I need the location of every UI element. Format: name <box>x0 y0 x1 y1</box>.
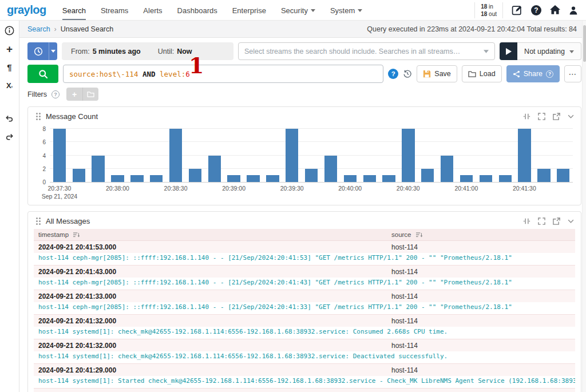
message-row[interactable]: 2024-09-21 20:41:28.000host-114host-114 … <box>34 389 575 392</box>
chart-bars <box>50 129 573 182</box>
message-source: host-114 <box>391 268 571 276</box>
search-controls-row: From: 5 minutes ago Until: Now Select st… <box>27 42 581 60</box>
column-header-timestamp[interactable]: timestamp <box>38 231 69 238</box>
export-icon[interactable] <box>553 113 560 120</box>
message-source: host-114 <box>391 317 571 325</box>
undo-icon[interactable] <box>5 113 14 124</box>
chart-bar <box>305 169 318 182</box>
query-text: source:host\-114 AND level:6 <box>69 70 190 78</box>
throughput-indicator[interactable]: 18 in 18 out <box>474 2 503 18</box>
message-source: host-114 <box>391 243 571 251</box>
caret-down-icon[interactable] <box>49 42 57 60</box>
nav-item-label: System <box>330 6 355 15</box>
save-button[interactable]: Save <box>417 65 457 82</box>
nav-item-alerts[interactable]: Alerts <box>143 1 162 20</box>
query-input[interactable]: source:host\-114 AND level:6 <box>63 65 383 83</box>
nav-item-label: Alerts <box>143 6 162 15</box>
help-icon[interactable]: ? <box>531 5 541 15</box>
chart-bar <box>537 169 550 182</box>
user-icon[interactable] <box>569 6 578 15</box>
share-help-icon: ? <box>546 70 553 78</box>
nav-item-label: Streams <box>101 6 128 15</box>
chevron-down-icon[interactable] <box>568 114 574 118</box>
message-row[interactable]: 2024-09-21 20:41:33.000host-114host-114 … <box>34 290 575 315</box>
export-icon[interactable] <box>553 217 560 225</box>
chart-bar <box>499 175 512 182</box>
message-count-chart: 02468 <box>50 129 573 183</box>
load-label: Load <box>480 70 496 78</box>
refresh-interval-dropdown[interactable]: Not updating <box>517 42 581 60</box>
query-history-icon[interactable] <box>403 69 412 78</box>
highlighting-icon[interactable]: ¶ <box>7 62 11 72</box>
query-help-icon[interactable]: ? <box>388 69 398 79</box>
nav-item-security[interactable]: Security <box>281 1 315 20</box>
chart-x-axis: Sep 21, 2024 20:37:3020:38:0020:38:3020:… <box>50 183 573 201</box>
breadcrumb: Search › Unsaved Search Query executed i… <box>19 21 586 38</box>
adjust-icon[interactable] <box>523 217 530 225</box>
caret-down-icon <box>484 50 489 53</box>
throughput-in-value: 18 <box>481 3 487 10</box>
nav-item-system[interactable]: System <box>330 1 362 20</box>
more-options-button[interactable]: ⋯ <box>564 65 581 82</box>
add-filter-button[interactable]: + <box>66 88 82 101</box>
y-tick-label: 0 <box>42 179 46 185</box>
caret-down-icon <box>358 9 362 12</box>
nav-item-label: Dashboards <box>177 6 217 15</box>
filters-help-icon[interactable]: ? <box>52 90 60 98</box>
message-row[interactable]: 2024-09-21 20:41:53.000host-114host-114 … <box>34 241 575 266</box>
messages-body: 2024-09-21 20:41:53.000host-114host-114 … <box>34 241 575 392</box>
breadcrumb-page: Unsaved Search <box>61 25 113 33</box>
fullscreen-icon[interactable] <box>538 113 545 120</box>
message-row[interactable]: 2024-09-21 20:41:32.000host-114host-114 … <box>34 339 575 364</box>
message-source: host-114 <box>391 342 571 350</box>
filter-folder-button[interactable] <box>82 88 98 101</box>
from-value: 5 minutes ago <box>93 47 141 56</box>
fullscreen-icon[interactable] <box>538 217 545 225</box>
throughput-in-label: in <box>489 3 493 10</box>
column-header-source[interactable]: source <box>391 231 411 238</box>
page-scrollbar[interactable] <box>582 21 586 392</box>
message-timestamp: 2024-09-21 20:41:32.000 <box>38 317 391 325</box>
chart-bar <box>208 156 221 183</box>
load-button[interactable]: Load <box>462 65 502 82</box>
message-timestamp: 2024-09-21 20:41:53.000 <box>38 243 391 251</box>
x-tick-label: 20:40:00 <box>338 185 362 192</box>
redo-icon[interactable] <box>5 132 14 142</box>
throughput-out-label: out <box>489 11 497 17</box>
fields-icon[interactable]: X, <box>6 80 13 90</box>
message-timestamp: 2024-09-21 20:41:33.000 <box>38 292 391 300</box>
home-icon[interactable] <box>550 5 560 15</box>
chevron-down-icon[interactable] <box>568 219 574 223</box>
drag-handle-icon[interactable] <box>36 113 38 114</box>
chart-bar <box>518 129 530 182</box>
scrollbar-thumb[interactable] <box>583 25 586 62</box>
nav-item-dashboards[interactable]: Dashboards <box>177 1 217 20</box>
timerange-summary[interactable]: From: 5 minutes ago Until: Now <box>62 42 233 60</box>
message-row[interactable]: 2024-09-21 20:41:32.000host-114host-114 … <box>34 315 575 339</box>
create-icon[interactable]: + <box>6 43 13 54</box>
share-icon <box>513 70 520 78</box>
info-icon[interactable] <box>5 25 14 35</box>
sort-icon[interactable] <box>416 232 422 238</box>
chart-bar <box>480 175 492 182</box>
share-button[interactable]: Share ? <box>506 65 560 82</box>
compose-icon[interactable] <box>512 5 522 15</box>
play-icon[interactable] <box>500 42 517 60</box>
message-row[interactable]: 2024-09-21 20:41:29.000host-114host-114 … <box>34 364 575 389</box>
caret-down-icon <box>311 9 315 12</box>
search-button[interactable] <box>27 65 58 83</box>
breadcrumb-search-link[interactable]: Search <box>27 25 50 33</box>
nav-item-search[interactable]: Search <box>62 1 86 20</box>
graylog-logo[interactable]: graylog <box>7 3 46 17</box>
chart-bar <box>53 129 66 182</box>
streams-select[interactable]: Select streams the search should include… <box>238 42 495 60</box>
message-row[interactable]: 2024-09-21 20:41:43.000host-114host-114 … <box>34 266 575 290</box>
message-timestamp: 2024-09-21 20:41:32.000 <box>38 342 391 350</box>
nav-item-enterprise[interactable]: Enterprise <box>232 1 266 20</box>
sort-icon[interactable] <box>73 232 80 238</box>
message-text: host-114 ceph-mgr[2085]: ::ffff:192.168.… <box>34 253 575 265</box>
timerange-button[interactable] <box>27 42 57 60</box>
drag-handle-icon[interactable] <box>36 217 38 219</box>
nav-item-streams[interactable]: Streams <box>101 1 128 20</box>
adjust-icon[interactable] <box>523 113 530 120</box>
